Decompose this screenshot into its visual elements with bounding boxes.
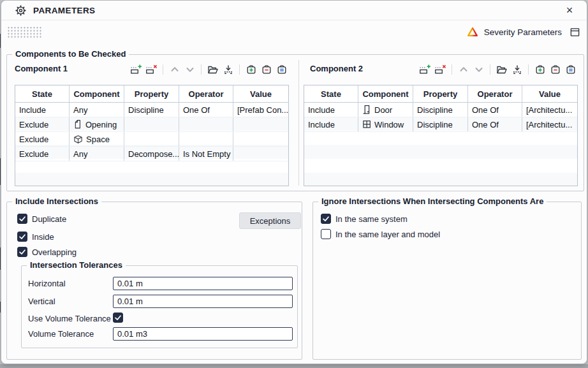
dialog-title: PARAMETERS (33, 6, 96, 15)
basket-add-icon[interactable] (534, 64, 546, 75)
col-component: Component (69, 85, 124, 102)
panel-layout-icon[interactable] (570, 27, 580, 38)
exceptions-button[interactable]: Exceptions (239, 212, 301, 229)
add-row-icon[interactable] (419, 64, 431, 75)
components-group-title: Components to Be Checked (12, 49, 129, 59)
same-system-option: In the same system (321, 214, 408, 224)
title-bar: PARAMETERS × (1, 1, 587, 20)
col-operator: Operator (179, 85, 233, 102)
intersection-tolerances-group: Intersection Tolerances Horizontal Verti… (21, 265, 298, 348)
opening-icon (73, 119, 82, 129)
door-icon (362, 105, 371, 115)
severity-parameters-label[interactable]: Severity Parameters (484, 27, 562, 37)
col-value: Value (522, 85, 577, 102)
include-intersections-group: Include Intersections Duplicate Inside O… (6, 202, 302, 360)
ignore-intersections-group: Ignore Intersections When Intersecting C… (312, 202, 582, 360)
col-property: Property (124, 85, 179, 102)
basket-assign-icon[interactable] (564, 64, 577, 75)
col-value: Value (233, 85, 288, 102)
table-row[interactable]: Exclude Any Decompose... Is Not Empty (15, 147, 288, 161)
component-2-table: State Component Property Operator Value … (304, 85, 578, 186)
panel-divider (298, 60, 299, 186)
horizontal-label: Horizontal (28, 279, 66, 288)
inside-checkbox[interactable] (17, 232, 27, 242)
intersection-tolerances-title: Intersection Tolerances (27, 260, 126, 270)
col-state: State (15, 85, 69, 102)
space-icon (73, 135, 83, 144)
overlapping-option: Overlapping (17, 247, 77, 257)
col-state: State (304, 85, 358, 102)
move-down-icon[interactable] (473, 64, 485, 75)
component-2-toolbar (304, 63, 577, 76)
remove-row-icon[interactable] (434, 64, 446, 75)
vertical-label: Vertical (28, 297, 55, 306)
basket-remove-icon[interactable] (549, 64, 561, 75)
duplicate-option: Duplicate (17, 214, 66, 224)
volume-tolerance-input[interactable] (113, 327, 293, 341)
col-component: Component (358, 85, 413, 102)
severity-warning-icon (467, 26, 478, 38)
table-row[interactable]: Include Any Discipline One Of [Prefab Co… (15, 103, 288, 117)
horizontal-input[interactable] (113, 277, 293, 290)
table-row[interactable]: Exclude Space (15, 132, 288, 147)
window-icon (362, 119, 371, 129)
components-group: Components to Be Checked Component 1 Sta… (6, 54, 584, 191)
table-header: State Component Property Operator Value (304, 85, 577, 103)
basket-add-icon[interactable] (245, 64, 257, 75)
table-row[interactable]: Exclude Opening (15, 117, 288, 132)
overlapping-checkbox[interactable] (17, 247, 27, 257)
same-layer-model-checkbox[interactable] (321, 229, 331, 239)
basket-assign-icon[interactable] (276, 64, 288, 75)
same-layer-model-option: In the same layer and model (321, 229, 440, 239)
gear-icon (15, 5, 26, 16)
same-system-checkbox[interactable] (321, 214, 331, 224)
background-taskbar-strip (0, 364, 588, 368)
remove-row-icon[interactable] (145, 64, 158, 75)
move-up-icon[interactable] (457, 64, 469, 75)
close-button[interactable]: × (562, 3, 577, 17)
basket-remove-icon[interactable] (260, 64, 272, 75)
table-row[interactable]: Include Door Discipline One Of [Architec… (304, 103, 577, 117)
table-header: State Component Property Operator Value (15, 85, 288, 103)
import-icon[interactable] (511, 64, 523, 75)
severity-parameters-row: Severity Parameters (467, 26, 580, 38)
component-1-table: State Component Property Operator Value … (15, 85, 289, 186)
col-operator: Operator (467, 85, 522, 102)
open-folder-icon[interactable] (207, 64, 219, 75)
inside-option: Inside (17, 232, 54, 242)
open-folder-icon[interactable] (496, 64, 508, 75)
parameters-dialog: PARAMETERS × Severity Parameters Compone… (1, 0, 587, 364)
import-icon[interactable] (222, 64, 234, 75)
move-down-icon[interactable] (184, 64, 196, 75)
move-up-icon[interactable] (168, 64, 180, 75)
vertical-input[interactable] (113, 295, 293, 308)
add-row-icon[interactable] (130, 64, 142, 75)
use-volume-tolerance-label: Use Volume Tolerance (28, 314, 111, 323)
component-1-toolbar (15, 63, 288, 76)
ignore-intersections-title: Ignore Intersections When Intersecting C… (318, 196, 547, 206)
table-row[interactable]: Include Window Discipline One Of [Archit… (304, 117, 577, 132)
drag-handle-dots[interactable] (7, 26, 43, 39)
volume-tolerance-label: Volume Tolerance (28, 329, 94, 339)
col-property: Property (413, 85, 467, 102)
use-volume-tolerance-checkbox[interactable] (113, 313, 123, 323)
duplicate-checkbox[interactable] (17, 214, 27, 224)
include-intersections-title: Include Intersections (12, 196, 101, 206)
